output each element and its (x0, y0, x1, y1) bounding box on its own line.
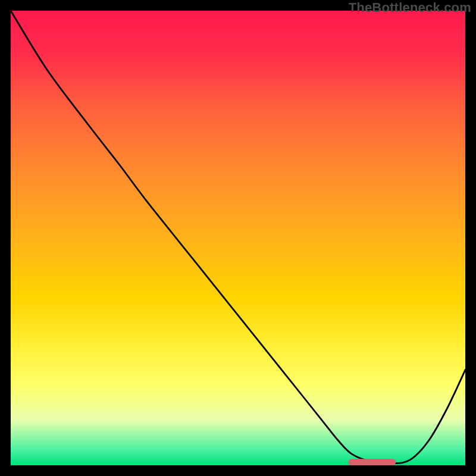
watermark-text: TheBottleneck.com (349, 0, 471, 15)
gradient-plot-area (11, 11, 465, 465)
chart-frame: TheBottleneck.com (0, 0, 476, 476)
